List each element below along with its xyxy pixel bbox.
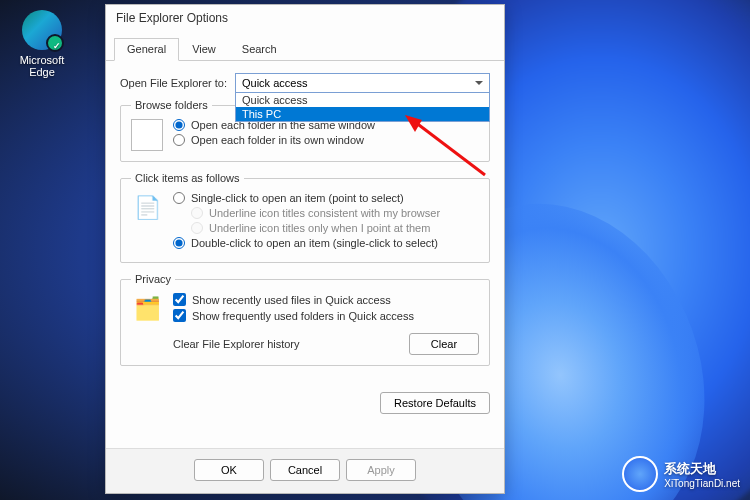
click-items-group: Click items as follows 📄 Single-click to… — [120, 172, 490, 263]
radio-underline-point: Underline icon titles only when I point … — [191, 222, 479, 234]
clear-history-label: Clear File Explorer history — [173, 338, 300, 350]
checkbox-input[interactable] — [173, 293, 186, 306]
checkbox-frequent-folders[interactable]: Show frequently used folders in Quick ac… — [173, 309, 479, 322]
open-explorer-dropdown[interactable]: Quick access Quick access This PC — [235, 73, 490, 93]
folder-icon — [131, 119, 163, 151]
ok-button[interactable]: OK — [194, 459, 264, 481]
tab-general[interactable]: General — [114, 38, 179, 61]
dropdown-option-quick-access[interactable]: Quick access — [236, 93, 489, 107]
checkbox-input[interactable] — [173, 309, 186, 322]
desktop-wallpaper: Microsoft Edge File Explorer Options Gen… — [0, 0, 750, 500]
file-explorer-options-dialog: File Explorer Options General View Searc… — [105, 4, 505, 494]
radio-input — [191, 207, 203, 219]
watermark-text: 系统天地 — [664, 460, 740, 478]
radio-input[interactable] — [173, 134, 185, 146]
dialog-title: File Explorer Options — [106, 5, 504, 35]
tab-strip: General View Search — [106, 37, 504, 61]
restore-defaults-button[interactable]: Restore Defaults — [380, 392, 490, 414]
edge-icon — [22, 10, 62, 50]
radio-own-window[interactable]: Open each folder in its own window — [173, 134, 479, 146]
privacy-group: Privacy 🗂️ Show recently used files in Q… — [120, 273, 490, 366]
dropdown-list: Quick access This PC — [235, 92, 490, 122]
dropdown-option-this-pc[interactable]: This PC — [236, 107, 489, 121]
group-legend: Browse folders — [131, 99, 212, 111]
desktop-shortcut-edge[interactable]: Microsoft Edge — [12, 10, 72, 78]
group-legend: Privacy — [131, 273, 175, 285]
watermark-url: XiTongTianDi.net — [664, 478, 740, 489]
radio-single-click[interactable]: Single-click to open an item (point to s… — [173, 192, 479, 204]
radio-input — [191, 222, 203, 234]
clear-button[interactable]: Clear — [409, 333, 479, 355]
icon-label: Edge — [12, 66, 72, 78]
watermark-badge-icon — [622, 456, 658, 492]
tab-view[interactable]: View — [179, 38, 229, 61]
dialog-buttons: OK Cancel Apply — [106, 448, 504, 493]
open-explorer-label: Open File Explorer to: — [120, 77, 227, 89]
checkbox-recent-files[interactable]: Show recently used files in Quick access — [173, 293, 479, 306]
tab-content-general: Open File Explorer to: Quick access Quic… — [106, 61, 504, 388]
radio-double-click[interactable]: Double-click to open an item (single-cli… — [173, 237, 479, 249]
radio-input[interactable] — [173, 192, 185, 204]
group-legend: Click items as follows — [131, 172, 244, 184]
cursor-icon: 📄 — [131, 192, 163, 224]
radio-input[interactable] — [173, 119, 185, 131]
radio-input[interactable] — [173, 237, 185, 249]
watermark: 系统天地 XiTongTianDi.net — [622, 456, 740, 492]
icon-label: Microsoft — [12, 54, 72, 66]
radio-underline-browser: Underline icon titles consistent with my… — [191, 207, 479, 219]
tab-search[interactable]: Search — [229, 38, 290, 61]
dropdown-button[interactable]: Quick access — [235, 73, 490, 93]
apply-button[interactable]: Apply — [346, 459, 416, 481]
privacy-icon: 🗂️ — [131, 293, 163, 325]
cancel-button[interactable]: Cancel — [270, 459, 340, 481]
